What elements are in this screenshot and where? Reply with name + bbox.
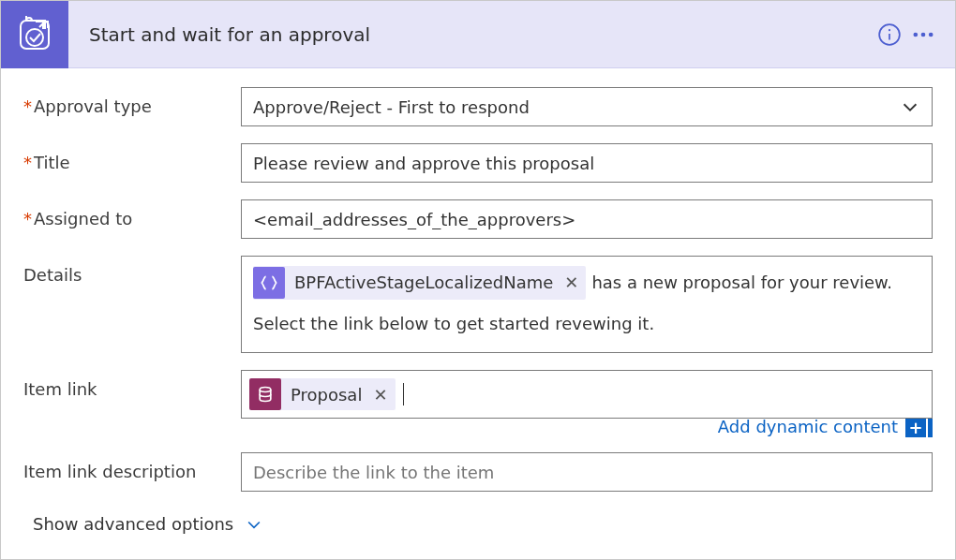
details-text: has a new proposal for your review. [591,266,892,300]
token-bpf-stage[interactable]: BPFActiveStageLocalizedName ✕ [253,266,586,300]
add-dynamic-content-link[interactable]: Add dynamic content [718,417,898,437]
svg-point-1 [26,29,43,46]
token-remove-icon[interactable]: ✕ [373,385,387,405]
token-label: BPFActiveStageLocalizedName [294,266,553,300]
form-body: *Approval type Approve/Reject - First to… [1,68,955,545]
approval-type-select[interactable]: Approve/Reject - First to respond [241,87,933,126]
card-header: Start and wait for an approval [1,1,955,68]
details-text-line2: Select the link below to get started rev… [253,307,654,341]
approval-action-icon [1,1,68,68]
database-icon [249,378,281,410]
item-link-input[interactable]: Proposal ✕ [241,370,933,419]
item-link-description-label: Item link description [23,452,241,481]
svg-point-4 [889,29,890,31]
expression-icon [253,267,285,299]
token-label: Proposal [291,385,362,405]
text-cursor [403,383,404,405]
show-advanced-options-button[interactable]: Show advanced options [23,508,263,534]
card-title: Start and wait for an approval [83,23,873,46]
title-label: *Title [23,143,241,172]
plus-icon[interactable]: + [905,417,926,437]
chevron-down-icon [900,96,920,117]
details-input[interactable]: BPFActiveStageLocalizedName ✕ has a new … [241,256,933,353]
assigned-to-label: *Assigned to [23,199,241,228]
item-link-description-input[interactable] [241,452,933,492]
approval-type-label: *Approval type [23,87,241,116]
splitter-handle[interactable] [928,417,933,437]
token-remove-icon[interactable]: ✕ [564,266,578,300]
token-proposal[interactable]: Proposal ✕ [249,378,396,410]
title-input[interactable] [241,143,933,183]
info-icon[interactable] [873,18,906,52]
svg-point-6 [921,32,926,37]
svg-point-8 [260,388,271,392]
more-icon[interactable] [906,18,940,52]
chevron-down-icon [245,515,263,534]
svg-point-7 [929,32,934,37]
item-link-label: Item link [23,370,241,399]
assigned-to-input[interactable] [241,199,933,239]
svg-point-5 [914,32,919,37]
details-label: Details [23,256,241,285]
